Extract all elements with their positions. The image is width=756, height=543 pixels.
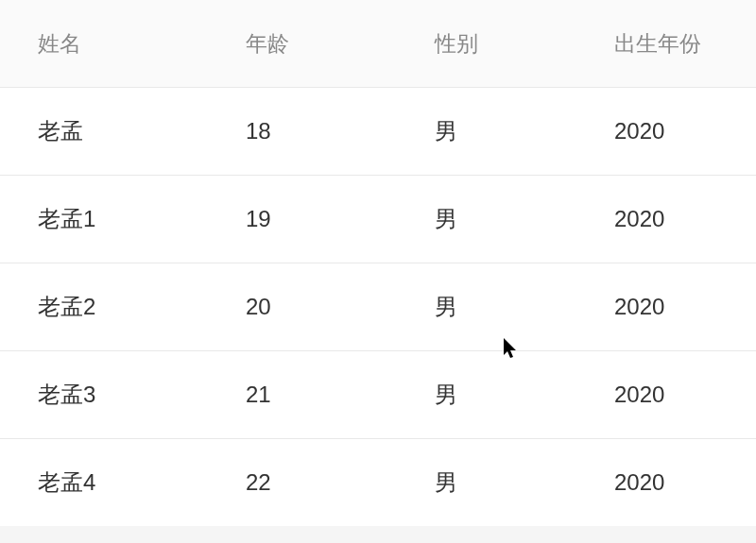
cell-gender: 男 bbox=[397, 467, 576, 498]
table-row[interactable]: 老孟3 21 男 2020 bbox=[0, 350, 756, 438]
cell-birth-year: 2020 bbox=[576, 294, 756, 320]
cell-gender: 男 bbox=[397, 204, 576, 234]
table-row[interactable]: 老孟2 20 男 2020 bbox=[0, 263, 756, 350]
cell-birth-year: 2020 bbox=[576, 382, 756, 408]
header-age[interactable]: 年龄 bbox=[208, 29, 397, 59]
table-header-row: 姓名 年龄 性别 出生年份 bbox=[0, 0, 756, 87]
cell-birth-year: 2020 bbox=[576, 469, 756, 496]
header-name[interactable]: 姓名 bbox=[0, 29, 208, 59]
table-row[interactable]: 老孟1 19 男 2020 bbox=[0, 175, 756, 263]
cell-name: 老孟1 bbox=[0, 204, 208, 234]
cell-age: 19 bbox=[208, 206, 397, 232]
cell-age: 21 bbox=[208, 382, 397, 408]
cell-birth-year: 2020 bbox=[576, 118, 756, 144]
table-row[interactable]: 老孟 18 男 2020 bbox=[0, 87, 756, 175]
header-gender[interactable]: 性别 bbox=[397, 29, 576, 59]
cell-birth-year: 2020 bbox=[576, 206, 756, 232]
cell-gender: 男 bbox=[397, 292, 576, 322]
table-row[interactable]: 老孟4 22 男 2020 bbox=[0, 438, 756, 526]
cell-age: 22 bbox=[208, 469, 397, 496]
cell-age: 18 bbox=[208, 118, 397, 144]
cell-name: 老孟 bbox=[0, 116, 208, 146]
cell-gender: 男 bbox=[397, 380, 576, 410]
cell-name: 老孟4 bbox=[0, 467, 208, 498]
cell-gender: 男 bbox=[397, 116, 576, 146]
cell-name: 老孟2 bbox=[0, 292, 208, 322]
cell-name: 老孟3 bbox=[0, 380, 208, 410]
header-birth-year[interactable]: 出生年份 bbox=[576, 29, 756, 59]
cell-age: 20 bbox=[208, 294, 397, 320]
data-table: 姓名 年龄 性别 出生年份 老孟 18 男 2020 老孟1 19 男 2020… bbox=[0, 0, 756, 526]
